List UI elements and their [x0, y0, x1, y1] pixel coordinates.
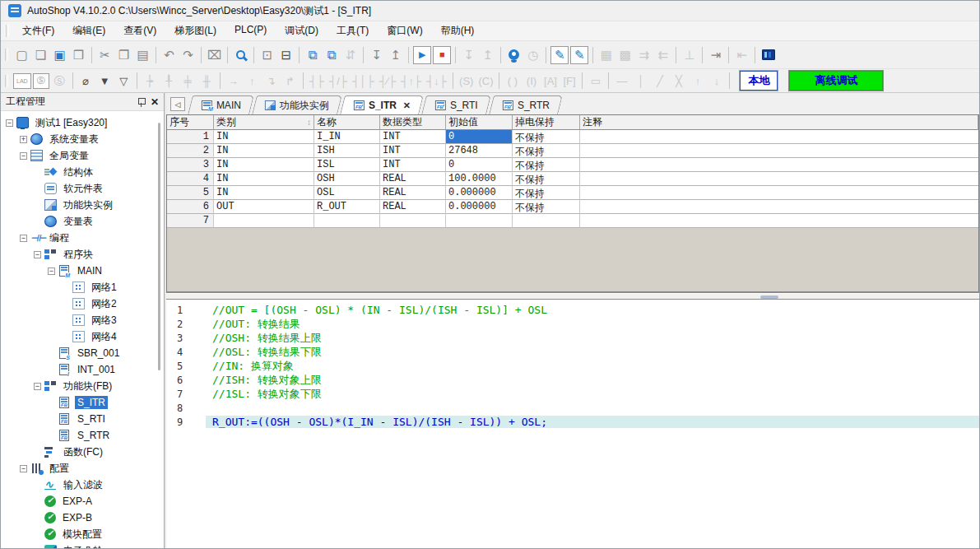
- tree-expander-icon[interactable]: −: [34, 251, 41, 258]
- tree-expander-icon[interactable]: −: [20, 465, 27, 472]
- tree-item-S_RTI[interactable]: S_RTI: [1, 411, 164, 427]
- cell-num[interactable]: 3: [167, 158, 214, 172]
- menu-debug[interactable]: 调试(D): [276, 21, 327, 40]
- cell-name[interactable]: I_IN: [314, 130, 380, 144]
- cell-type[interactable]: REAL: [380, 186, 446, 200]
- tree-item-EXP-A[interactable]: EXP-A: [1, 493, 164, 509]
- cell-num[interactable]: 2: [167, 144, 214, 158]
- tree-item-结构体[interactable]: 结构体: [1, 164, 164, 180]
- cell-init[interactable]: 0: [446, 158, 513, 172]
- code-line-9[interactable]: 9R_OUT:=((OSH - OSL)*(I_IN - ISL)/(ISH -…: [166, 415, 979, 429]
- cell-init[interactable]: 0.000000: [446, 200, 513, 214]
- cell-init[interactable]: 27648: [446, 144, 513, 158]
- find-button[interactable]: [231, 45, 250, 65]
- cell-comment[interactable]: [580, 144, 978, 158]
- splitter-handle[interactable]: [760, 295, 778, 299]
- redo-button[interactable]: ↷: [179, 45, 197, 65]
- cell-type[interactable]: REAL: [380, 172, 446, 186]
- export-table-button[interactable]: ↥: [386, 45, 405, 65]
- cut-button[interactable]: ✂: [95, 45, 114, 65]
- monitor-button[interactable]: [504, 45, 523, 65]
- code-line-2[interactable]: 2//OUT: 转换结果: [166, 317, 979, 331]
- tree-scrollbar-thumb[interactable]: [158, 123, 160, 370]
- tree-item-功能块实例[interactable]: 功能块实例: [1, 197, 164, 213]
- tree-item-程序块[interactable]: −程序块: [1, 246, 164, 263]
- tree-item-功能块(FB)[interactable]: −功能块(FB): [1, 378, 164, 394]
- lad-editor-button[interactable]: LAD: [13, 73, 31, 89]
- cell-init[interactable]: [446, 214, 513, 228]
- cell-num[interactable]: 6: [167, 200, 214, 214]
- tree-item-编程[interactable]: −编程: [1, 230, 164, 246]
- export-window-button[interactable]: ⧉: [322, 45, 341, 65]
- tab-fb-instance[interactable]: 功能块实例: [252, 95, 342, 114]
- sfc-editor-button[interactable]: Ⓢ: [33, 73, 49, 89]
- tree-expander-icon[interactable]: +: [20, 136, 27, 143]
- code-line-4[interactable]: 4//OSL: 转换结果下限: [166, 345, 979, 359]
- cell-comment[interactable]: [580, 214, 978, 228]
- save-all-button[interactable]: ❒: [69, 45, 88, 65]
- tree-item-模块配置[interactable]: 模块配置: [1, 526, 164, 542]
- menu-help[interactable]: 帮助(H): [432, 21, 484, 40]
- tree-item-网络2[interactable]: 网络2: [1, 295, 164, 312]
- tab-s-rtr[interactable]: S_RTR: [489, 95, 563, 114]
- cell-retain[interactable]: 不保持: [513, 186, 580, 200]
- cell-cat[interactable]: IN: [214, 172, 314, 186]
- code-line-6[interactable]: 6//ISH: 转换对象上限: [166, 373, 979, 387]
- stop-button[interactable]: ■: [433, 46, 451, 64]
- tree-item-SBR_001[interactable]: SBR_001: [1, 345, 164, 361]
- tab-scroll-left-button[interactable]: ◁: [170, 97, 185, 111]
- column-header-num[interactable]: 序号: [167, 115, 214, 130]
- cell-type[interactable]: [380, 214, 446, 228]
- tree-item-软元件表[interactable]: 软元件表: [1, 180, 164, 197]
- delete-button[interactable]: ⌧: [205, 45, 224, 65]
- cell-type[interactable]: INT: [380, 130, 446, 144]
- print-preview-button[interactable]: ⊡: [258, 45, 276, 65]
- cell-cat[interactable]: [214, 214, 314, 228]
- menu-window[interactable]: 窗口(W): [378, 21, 431, 40]
- cell-comment[interactable]: [580, 158, 978, 172]
- code-line-5[interactable]: 5//IN: 换算对象: [166, 359, 979, 373]
- cell-type[interactable]: INT: [380, 158, 446, 172]
- menu-edit[interactable]: 编辑(E): [63, 21, 114, 40]
- cell-comment[interactable]: [580, 130, 978, 144]
- print-button[interactable]: ⊟: [276, 45, 295, 65]
- cell-num[interactable]: 5: [167, 186, 214, 200]
- tree-item-测试1 [Easy320][interactable]: −测试1 [Easy320]: [1, 114, 164, 131]
- open-project-button[interactable]: ❏: [31, 45, 50, 65]
- insert-down-button[interactable]: ▽: [114, 72, 133, 89]
- code-line-3[interactable]: 3//OSH: 转换结果上限: [166, 331, 979, 345]
- login-button[interactable]: ⇥: [706, 45, 725, 65]
- cell-init[interactable]: 0.000000: [446, 186, 513, 200]
- tab-main[interactable]: MAIN: [188, 95, 254, 114]
- cell-num[interactable]: 7: [167, 214, 214, 228]
- column-header-name[interactable]: 名称: [314, 115, 380, 130]
- cascade-windows-button[interactable]: ⧉: [303, 45, 322, 65]
- cell-name[interactable]: R_OUT: [314, 200, 380, 214]
- insert-divider-button[interactable]: ⌀: [77, 72, 95, 89]
- cell-retain[interactable]: 不保持: [513, 158, 580, 172]
- menu-plc[interactable]: PLC(P): [225, 21, 276, 40]
- st-editor-button[interactable]: Ⓢ: [50, 72, 69, 89]
- tab-close-icon[interactable]: ✕: [403, 100, 411, 111]
- menu-ladder[interactable]: 梯形图(L): [165, 21, 225, 40]
- tree-expander-icon[interactable]: −: [20, 235, 27, 242]
- cell-num[interactable]: 4: [167, 172, 214, 186]
- tree-item-S_ITR[interactable]: S_ITR: [1, 394, 164, 411]
- move-down-button[interactable]: ▼: [95, 72, 114, 89]
- cell-name[interactable]: OSH: [314, 172, 380, 186]
- tree-expander-icon[interactable]: −: [6, 119, 13, 127]
- menu-tools[interactable]: 工具(T): [327, 21, 378, 40]
- import-table-button[interactable]: ↧: [367, 45, 386, 65]
- cell-name[interactable]: ISH: [314, 144, 380, 158]
- sort-icon[interactable]: ↕: [307, 118, 311, 127]
- cell-type[interactable]: INT: [380, 144, 446, 158]
- pin-icon[interactable]: [137, 97, 146, 107]
- column-header-retain[interactable]: 掉电保持: [513, 115, 580, 130]
- cell-name[interactable]: OSL: [314, 186, 380, 200]
- tree-item-S_RTR[interactable]: S_RTR: [1, 427, 164, 444]
- paste-button[interactable]: ▤: [133, 45, 152, 65]
- column-header-type[interactable]: 数据类型: [380, 115, 446, 130]
- cell-cat[interactable]: IN: [214, 130, 314, 144]
- cell-cat[interactable]: IN: [214, 158, 314, 172]
- offline-debug-button[interactable]: 离线调试: [789, 71, 883, 91]
